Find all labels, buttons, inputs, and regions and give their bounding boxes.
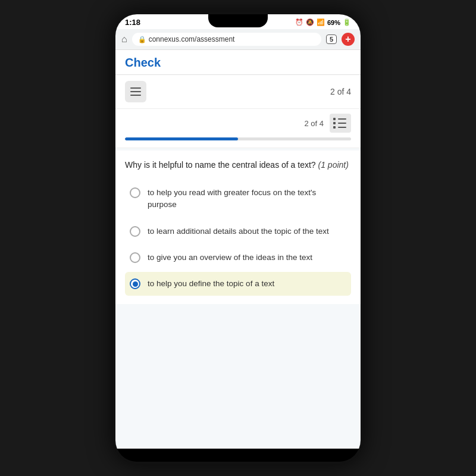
page-content: Check 2 of 4 2 of 4 bbox=[115, 50, 361, 449]
menu-line-1 bbox=[130, 87, 141, 89]
menu-line-3 bbox=[130, 95, 141, 96]
add-tab-button[interactable]: + bbox=[342, 33, 355, 46]
battery-icon: 🔋 bbox=[343, 18, 351, 26]
list-row-1 bbox=[333, 118, 346, 120]
question-body: Why is it helpful to name the central id… bbox=[125, 160, 318, 170]
answer-option-3[interactable]: to give you an overview of the ideas in … bbox=[125, 246, 351, 270]
list-view-button[interactable] bbox=[330, 114, 351, 133]
page-title: Check bbox=[125, 56, 161, 69]
progress-bar-track bbox=[125, 137, 351, 140]
progress-text: 2 of 4 bbox=[304, 119, 324, 128]
radio-3[interactable] bbox=[130, 252, 140, 263]
check-header: Check bbox=[115, 50, 361, 75]
list-dot-1 bbox=[333, 118, 336, 120]
menu-button[interactable] bbox=[125, 81, 146, 102]
progress-bar-fill bbox=[125, 137, 238, 140]
tab-count-badge[interactable]: 5 bbox=[326, 35, 337, 44]
radio-4[interactable] bbox=[130, 278, 140, 289]
browser-bar[interactable]: ⌂ 🔒 connexus.com/assessment 5 + bbox=[115, 29, 361, 50]
answer-option-4[interactable]: to help you define the topic of a text bbox=[125, 272, 351, 296]
radio-dot-4 bbox=[133, 281, 138, 287]
url-bar[interactable]: 🔒 connexus.com/assessment bbox=[132, 33, 321, 46]
mute-icon: 🔕 bbox=[306, 18, 314, 26]
list-row-2 bbox=[333, 122, 346, 124]
lock-icon: 🔒 bbox=[138, 36, 146, 43]
progress-section: 2 of 4 bbox=[115, 109, 361, 148]
time-display: 1:18 bbox=[125, 18, 140, 27]
alarm-icon: ⏰ bbox=[295, 18, 303, 26]
list-bar-1 bbox=[338, 118, 346, 120]
phone-screen: 1:18 ⏰ 🔕 📶 69% 🔋 ⌂ 🔒 connexus.com/assess… bbox=[115, 14, 361, 462]
signal-icon: 📶 bbox=[317, 18, 325, 26]
status-bar: 1:18 ⏰ 🔕 📶 69% 🔋 bbox=[115, 14, 361, 29]
answer-option-2[interactable]: to learn additional details about the to… bbox=[125, 220, 351, 243]
status-icons: ⏰ 🔕 📶 69% 🔋 bbox=[295, 18, 351, 26]
battery-display: 69% bbox=[327, 19, 340, 26]
list-dot-2 bbox=[333, 122, 336, 124]
phone-frame: 1:18 ⏰ 🔕 📶 69% 🔋 ⌂ 🔒 connexus.com/assess… bbox=[113, 12, 363, 464]
list-bar-3 bbox=[338, 127, 346, 128]
answer-text-1: to help you read with greater focus on t… bbox=[148, 187, 346, 211]
question-points: (1 point) bbox=[318, 160, 349, 170]
url-text: connexus.com/assessment bbox=[149, 35, 235, 43]
progress-row: 2 of 4 bbox=[125, 114, 351, 133]
toolbar-row: 2 of 4 bbox=[115, 75, 361, 109]
home-icon[interactable]: ⌂ bbox=[121, 34, 127, 45]
radio-2[interactable] bbox=[130, 226, 140, 237]
progress-label-top: 2 of 4 bbox=[330, 87, 351, 96]
list-row-3 bbox=[333, 126, 346, 129]
list-bar-2 bbox=[338, 123, 346, 124]
radio-1[interactable] bbox=[130, 187, 140, 198]
question-section: Why is it helpful to name the central id… bbox=[115, 151, 361, 304]
answer-option-1[interactable]: to help you read with greater focus on t… bbox=[125, 181, 351, 217]
menu-line-2 bbox=[130, 91, 141, 92]
list-dot-3 bbox=[333, 126, 336, 129]
answer-text-3: to give you an overview of the ideas in … bbox=[148, 252, 312, 264]
question-text: Why is it helpful to name the central id… bbox=[125, 159, 351, 171]
answer-text-2: to learn additional details about the to… bbox=[148, 226, 329, 237]
answer-text-4: to help you define the topic of a text bbox=[148, 278, 274, 290]
notch bbox=[208, 14, 268, 27]
